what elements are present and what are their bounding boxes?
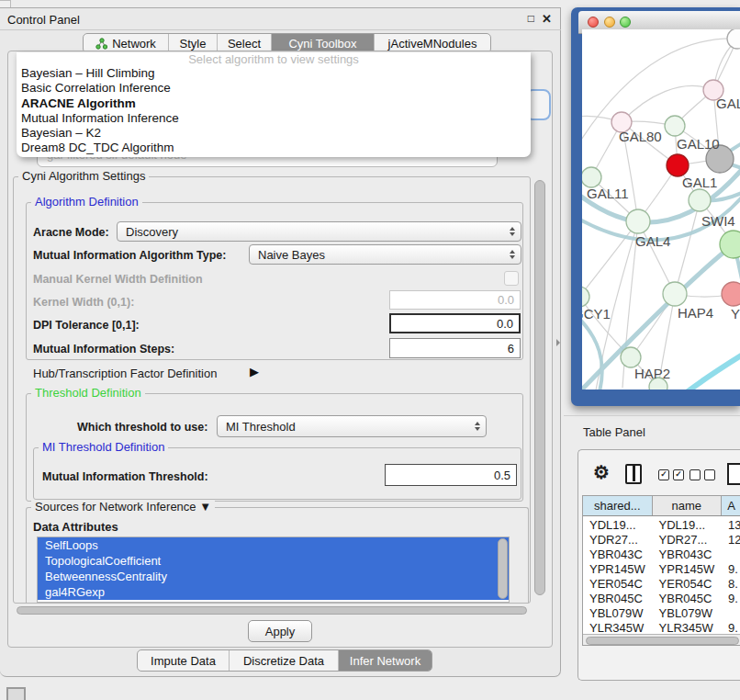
node-label: HAP2 [634, 366, 670, 381]
cell: YBL079W [653, 606, 723, 621]
cell [722, 548, 740, 562]
dropdown-item[interactable]: Bayesian – Hill Climbing [17, 66, 531, 81]
node-label: GAL10 [677, 136, 720, 152]
list-item[interactable]: gal4RGexp [38, 584, 509, 600]
column-header-name[interactable]: name [653, 496, 723, 515]
mi-steps-field[interactable]: 6 [389, 338, 521, 358]
cell: YDR27... [583, 533, 653, 548]
cell: 12 [722, 533, 740, 548]
which-threshold-combobox[interactable]: MI Threshold [217, 415, 487, 437]
mi-type-value: Naive Bayes [258, 248, 325, 262]
dropdown-item[interactable]: Dream8 DC_TDC Algorithm [17, 141, 531, 155]
node-hap2[interactable] [621, 347, 641, 367]
list-item[interactable]: BetweennessCentrality [38, 569, 509, 584]
control-panel-title: Control Panel [7, 13, 80, 27]
column-header-shared-name[interactable]: shared... [583, 496, 653, 515]
settings-horizontal-scrollbar[interactable] [17, 606, 527, 615]
stepper-arrows-icon [510, 250, 515, 259]
table-row[interactable]: YBR045CYBR045C9. [583, 592, 740, 606]
zoom-traffic-light-icon[interactable] [620, 17, 631, 28]
tab-jactivemnodules[interactable]: jActiveMNodules [374, 34, 490, 52]
tab-infer-network[interactable]: Infer Network [338, 650, 432, 671]
table-horizontal-scrollbar[interactable] [583, 634, 740, 646]
network-node-labels: GAL GAL80 GAL10 GAL1 GAL11 SWI4 GAL4 GCY… [582, 96, 740, 381]
node-label: GAL11 [587, 186, 629, 201]
tab-network[interactable]: Network [84, 34, 168, 52]
attribute-list-scrollbar[interactable] [498, 538, 508, 599]
split-columns-divider [633, 466, 635, 481]
hub-definition-label[interactable]: Hub/Transcription Factor Definition [33, 367, 217, 380]
node-gal1[interactable] [667, 154, 689, 176]
cell: YBR043C [653, 548, 723, 562]
list-item[interactable]: SelfLoops [38, 537, 509, 553]
splitter-handle-icon[interactable] [556, 339, 560, 346]
node-hap4[interactable] [663, 282, 687, 306]
node-gal11[interactable] [582, 167, 601, 187]
cell [722, 606, 740, 621]
dropdown-item-selected[interactable]: ARACNE Algorithm [17, 96, 531, 111]
page-icon[interactable] [727, 463, 740, 485]
table-row[interactable]: YBR043CYBR043C [583, 548, 740, 562]
tab-discretize-data-label: Discretize Data [243, 654, 324, 668]
apply-button[interactable]: Apply [248, 620, 312, 642]
node-unlabeled[interactable] [727, 29, 740, 49]
tab-impute-data[interactable]: Impute Data [138, 650, 229, 671]
kernel-width-label: Kernel Width (0,1): [33, 296, 134, 309]
manual-kernel-checkbox[interactable] [504, 271, 519, 286]
tab-style[interactable]: Style [168, 34, 217, 52]
table-panel-divider [564, 415, 740, 416]
column-header-partial[interactable]: A [722, 496, 740, 515]
node-table: shared... name A YDL19...YDL19...13 YDR2… [582, 495, 740, 646]
dock-panel-icon[interactable] [6, 687, 26, 700]
aracne-mode-value: Discovery [126, 225, 178, 239]
mi-type-label: Mutual Information Algorithm Type: [33, 249, 226, 262]
close-traffic-light-icon[interactable] [588, 17, 599, 28]
table-row[interactable]: YDL19...YDL19...13 [583, 518, 740, 533]
aracne-mode-combobox[interactable]: Discovery [117, 221, 521, 242]
table-row[interactable]: YDR27...YDR27...12 [583, 533, 740, 548]
mi-threshold-field[interactable]: 0.5 [385, 464, 517, 486]
minimize-traffic-light-icon[interactable] [604, 17, 615, 28]
node-label: Y [731, 306, 740, 322]
tab-discretize-data[interactable]: Discretize Data [229, 650, 338, 671]
cell: YER054C [583, 577, 653, 592]
close-window-icon[interactable]: ✕ [542, 12, 552, 26]
tab-impute-data-label: Impute Data [151, 654, 216, 668]
stepper-arrows-icon [475, 422, 480, 431]
settings-group-title: Cyni Algorithm Settings [18, 170, 149, 183]
settings-vertical-scrollbar[interactable] [534, 180, 545, 595]
gear-icon[interactable]: ⚙ [593, 463, 610, 481]
algorithm-dropdown-list: Select algorithm to view settings Bayesi… [17, 52, 531, 157]
algorithm-definition-title: Algorithm Definition [31, 196, 142, 209]
node-green[interactable] [689, 189, 711, 211]
sources-title-text: Sources for Network Inference [35, 500, 196, 514]
application-root: Control Panel □ ✕ Network Style Select C… [0, 0, 740, 700]
dropdown-item[interactable]: Mutual Information Inference [17, 111, 531, 126]
table-row[interactable]: YER054CYER054C8. [583, 577, 740, 592]
dropdown-item[interactable]: Basic Correlation Inference [17, 81, 531, 96]
hide-columns-icon[interactable] [690, 469, 715, 480]
node-gal4[interactable] [626, 209, 650, 233]
table-horizontal-scrollbar-thumb[interactable] [586, 637, 739, 645]
table-panel-window: ⚙ ✓✓ shared... name A YDL19...YDL19...13… [577, 449, 740, 681]
node-gal10[interactable] [665, 116, 685, 136]
show-columns-icon[interactable]: ✓✓ [658, 469, 684, 480]
mi-threshold-definition-title: MI Threshold Definition [39, 441, 168, 454]
tab-infer-network-label: Infer Network [350, 654, 420, 668]
list-item[interactable]: TopologicalCoefficient [38, 553, 509, 569]
dpi-tolerance-field[interactable]: 0.0 [389, 313, 521, 333]
kernel-width-field[interactable]: 0.0 [389, 290, 521, 310]
table-row[interactable]: YBL079WYBL079W [583, 606, 740, 621]
collapse-arrow-icon[interactable]: ▼ [199, 500, 211, 514]
table-row[interactable]: YPR145WYPR145W9. [583, 562, 740, 577]
mi-type-combobox[interactable]: Naive Bayes [249, 244, 521, 265]
network-canvas[interactable]: GAL GAL80 GAL10 GAL1 GAL11 SWI4 GAL4 GCY… [582, 29, 740, 390]
node-salmon[interactable] [722, 282, 740, 306]
split-columns-icon[interactable] [625, 464, 642, 484]
node-gcy1[interactable] [582, 287, 589, 307]
expand-arrow-icon[interactable]: ▶ [250, 365, 259, 378]
tab-select[interactable]: Select [217, 34, 271, 52]
float-window-icon[interactable]: □ [528, 12, 534, 25]
dropdown-item[interactable]: Bayesian – K2 [17, 126, 531, 141]
tab-cyni-toolbox[interactable]: Cyni Toolbox [271, 34, 374, 52]
